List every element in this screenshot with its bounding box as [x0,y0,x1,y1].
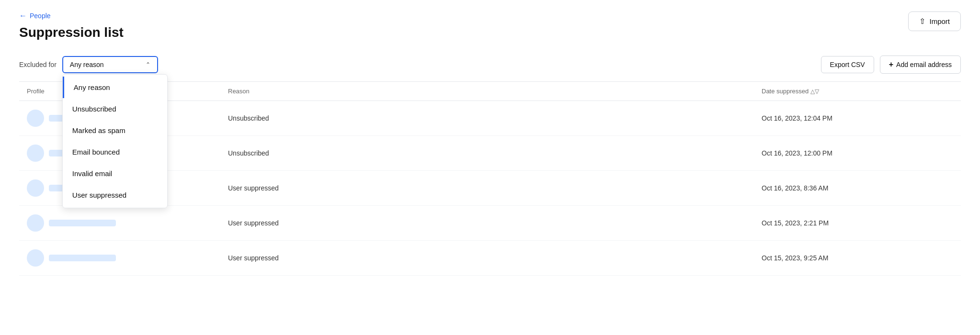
reason-cell: Unsubscribed [228,149,762,157]
dropdown-option-invalid-email[interactable]: Invalid email [63,163,167,184]
reason-cell: User suppressed [228,184,762,192]
reason-cell: User suppressed [228,219,762,227]
page-container: ← People Suppression list ⇧ Import Exclu… [0,0,980,335]
name-placeholder [49,255,116,261]
avatar [27,249,44,267]
column-header-reason: Reason [228,88,762,95]
export-csv-button[interactable]: Export CSV [821,56,874,73]
profile-cell [27,249,228,267]
date-cell: Oct 16, 2023, 12:00 PM [762,149,953,157]
avatar [27,110,44,127]
sort-icon: △▽ [810,88,819,95]
add-email-address-label: Add email address [896,61,952,68]
dropdown-option-marked-as-spam[interactable]: Marked as spam [63,120,167,141]
plus-icon: + [889,60,893,69]
toolbar: Excluded for Any reason ⌃ Any reason Uns… [19,56,961,74]
date-cell: Oct 16, 2023, 12:04 PM [762,114,953,122]
import-button[interactable]: ⇧ Import [908,11,961,31]
page-title: Suppression list [19,25,961,40]
chevron-up-icon: ⌃ [146,61,150,68]
excluded-for-label: Excluded for [19,61,57,68]
date-cell: Oct 16, 2023, 8:36 AM [762,184,953,192]
date-cell: Oct 15, 2023, 2:21 PM [762,219,953,227]
dropdown-menu: Any reason Unsubscribed Marked as spam E… [62,74,168,208]
profile-cell [27,214,228,232]
upload-icon: ⇧ [919,17,925,26]
import-button-label: Import [929,17,950,25]
dropdown-option-email-bounced[interactable]: Email bounced [63,141,167,163]
date-cell: Oct 15, 2023, 9:25 AM [762,254,953,262]
table-row: User suppressed Oct 15, 2023, 9:25 AM [19,241,961,276]
back-link[interactable]: ← People [19,11,51,20]
column-header-date-suppressed[interactable]: Date suppressed △▽ [762,88,953,95]
reason-cell: Unsubscribed [228,114,762,122]
avatar [27,214,44,232]
toolbar-left: Excluded for Any reason ⌃ Any reason Uns… [19,56,158,73]
dropdown-option-unsubscribed[interactable]: Unsubscribed [63,98,167,120]
dropdown-selected-value: Any reason [70,61,104,68]
name-placeholder [49,220,116,226]
avatar [27,179,44,197]
avatar [27,145,44,162]
back-arrow-icon: ← [19,11,27,20]
reason-cell: User suppressed [228,254,762,262]
dropdown-trigger[interactable]: Any reason ⌃ [62,56,158,73]
dropdown-option-user-suppressed[interactable]: User suppressed [63,184,167,206]
back-link-label: People [30,12,51,20]
dropdown-option-any-reason[interactable]: Any reason [63,77,167,98]
add-email-address-button[interactable]: + Add email address [880,56,961,74]
table-row: User suppressed Oct 15, 2023, 2:21 PM [19,206,961,241]
reason-filter-dropdown: Any reason ⌃ Any reason Unsubscribed Mar… [62,56,158,73]
toolbar-right: Export CSV + Add email address [821,56,961,74]
